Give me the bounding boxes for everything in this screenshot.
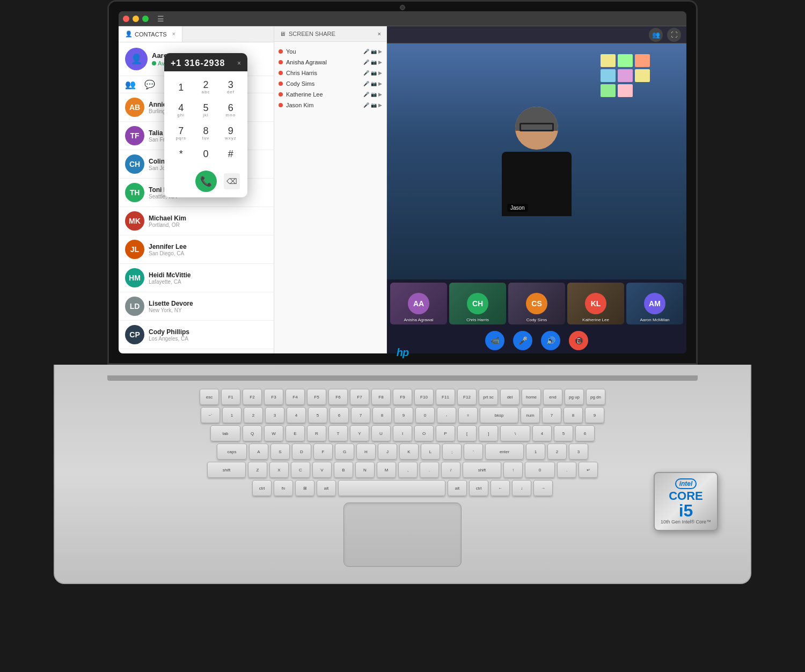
maximize-button[interactable] <box>142 16 149 22</box>
key-semicolon[interactable]: ; <box>442 444 462 460</box>
dialpad-close-button[interactable]: × <box>237 60 241 67</box>
key-backtick[interactable]: ~` <box>201 407 220 423</box>
key-num1[interactable]: 1 <box>526 444 545 460</box>
key-1[interactable]: 1 <box>222 407 241 423</box>
dial-key-7[interactable]: 7 pqrs <box>169 122 193 145</box>
key-num4[interactable]: 4 <box>532 425 552 441</box>
key-rbracket[interactable]: ] <box>479 425 498 441</box>
key-enter[interactable]: enter <box>485 444 524 460</box>
key-f4[interactable]: F4 <box>286 389 305 405</box>
people-icon[interactable]: 👥 <box>125 79 136 90</box>
key-pgdn[interactable]: pg dn <box>586 389 605 405</box>
key-f8[interactable]: F8 <box>371 389 391 405</box>
minimize-button[interactable] <box>133 16 139 22</box>
key-f5[interactable]: F5 <box>307 389 326 405</box>
key-lalt[interactable]: alt <box>317 480 336 496</box>
dial-key-0[interactable]: 0 <box>193 145 218 163</box>
key-f12[interactable]: F12 <box>457 389 477 405</box>
key-caps[interactable]: caps <box>217 444 247 460</box>
key-f3[interactable]: F3 <box>264 389 283 405</box>
key-t[interactable]: T <box>328 425 348 441</box>
contact-item-lisette[interactable]: LD Lisette Devore New York, NY <box>119 292 274 321</box>
dial-key-3[interactable]: 3 def <box>218 76 243 99</box>
mic-toggle-button[interactable]: 🎤 <box>513 331 532 350</box>
dial-key-1[interactable]: 1 <box>169 76 193 99</box>
key-period[interactable]: . <box>420 462 439 478</box>
key-num2[interactable]: 2 <box>547 444 567 460</box>
key-num8[interactable]: 8 <box>564 407 583 423</box>
key-z[interactable]: Z <box>248 462 267 478</box>
key-d[interactable]: D <box>292 444 311 460</box>
key-f11[interactable]: F11 <box>436 389 455 405</box>
key-i[interactable]: I <box>393 425 412 441</box>
key-home[interactable]: home <box>522 389 541 405</box>
key-f10[interactable]: F10 <box>414 389 434 405</box>
key-fn[interactable]: fn <box>274 480 293 496</box>
key-j[interactable]: J <box>378 444 397 460</box>
key-prtsc[interactable]: prt sc <box>479 389 498 405</box>
key-y[interactable]: Y <box>350 425 369 441</box>
key-numdot[interactable]: . <box>557 462 576 478</box>
key-num9[interactable]: 9 <box>585 407 604 423</box>
key-down[interactable]: ↓ <box>512 480 531 496</box>
key-tab[interactable]: tab <box>210 425 240 441</box>
key-num5[interactable]: 5 <box>554 425 573 441</box>
key-f7[interactable]: F7 <box>350 389 369 405</box>
fullscreen-button[interactable]: ⛶ <box>667 28 681 42</box>
key-a[interactable]: A <box>249 444 268 460</box>
dial-key-hash[interactable]: # <box>218 145 243 163</box>
dial-key-2[interactable]: 2 abc <box>193 76 218 99</box>
key-ralt[interactable]: alt <box>448 480 467 496</box>
key-esc[interactable]: esc <box>200 389 219 405</box>
key-6[interactable]: 6 <box>330 407 349 423</box>
chat-icon[interactable]: 💬 <box>144 79 155 90</box>
key-minus[interactable]: - <box>437 407 456 423</box>
dial-key-9[interactable]: 9 wxyz <box>218 122 243 145</box>
key-f[interactable]: F <box>313 444 333 460</box>
key-up[interactable]: ↑ <box>503 462 523 478</box>
key-s[interactable]: S <box>270 444 290 460</box>
key-u[interactable]: U <box>371 425 391 441</box>
key-b[interactable]: B <box>334 462 353 478</box>
key-x[interactable]: X <box>269 462 289 478</box>
key-pgup[interactable]: pg up <box>565 389 584 405</box>
key-rctrl[interactable]: ctrl <box>469 480 488 496</box>
key-4[interactable]: 4 <box>287 407 306 423</box>
screenshare-close[interactable]: × <box>378 31 381 37</box>
contacts-tab-close[interactable]: × <box>172 31 175 37</box>
contact-item-heidi[interactable]: HM Heidi McVittie Lafayette, CA <box>119 264 274 292</box>
key-numenter[interactable]: ↵ <box>579 462 598 478</box>
participants-button[interactable]: 👥 <box>649 28 663 42</box>
key-win[interactable]: ⊞ <box>295 480 314 496</box>
video-toggle-button[interactable]: 📹 <box>485 331 504 350</box>
dial-key-star[interactable]: * <box>169 145 193 163</box>
key-o[interactable]: O <box>414 425 434 441</box>
key-m[interactable]: M <box>377 462 396 478</box>
key-rshift[interactable]: shift <box>463 462 501 478</box>
dial-key-8[interactable]: 8 tuv <box>193 122 218 145</box>
dial-key-4[interactable]: 4 ghi <box>169 99 193 122</box>
contacts-tab[interactable]: 👤 CONTACTS × <box>119 26 182 42</box>
end-call-button[interactable]: 📵 <box>569 331 588 350</box>
key-f6[interactable]: F6 <box>328 389 348 405</box>
key-w[interactable]: W <box>264 425 283 441</box>
dial-backspace-button[interactable]: ⌫ <box>224 173 240 189</box>
key-3[interactable]: 3 <box>265 407 284 423</box>
key-2[interactable]: 2 <box>244 407 263 423</box>
key-num7[interactable]: 7 <box>542 407 561 423</box>
key-right[interactable]: → <box>533 480 553 496</box>
key-l[interactable]: L <box>421 444 440 460</box>
key-num0[interactable]: 0 <box>525 462 555 478</box>
key-c[interactable]: C <box>291 462 310 478</box>
key-9[interactable]: 9 <box>394 407 413 423</box>
key-f9[interactable]: F9 <box>393 389 412 405</box>
menu-icon[interactable]: ☰ <box>157 14 164 23</box>
contact-item-michael[interactable]: MK Michael Kim Portland, OR <box>119 207 274 235</box>
key-del[interactable]: del <box>500 389 519 405</box>
key-n[interactable]: N <box>355 462 375 478</box>
key-k[interactable]: K <box>399 444 419 460</box>
contact-item-cody[interactable]: CP Cody Phillips Los Angeles, CA <box>119 321 274 349</box>
key-space[interactable] <box>338 480 445 496</box>
key-lshift[interactable]: shift <box>207 462 246 478</box>
contact-item-jennifer[interactable]: JL Jennifer Lee San Diego, CA <box>119 235 274 264</box>
